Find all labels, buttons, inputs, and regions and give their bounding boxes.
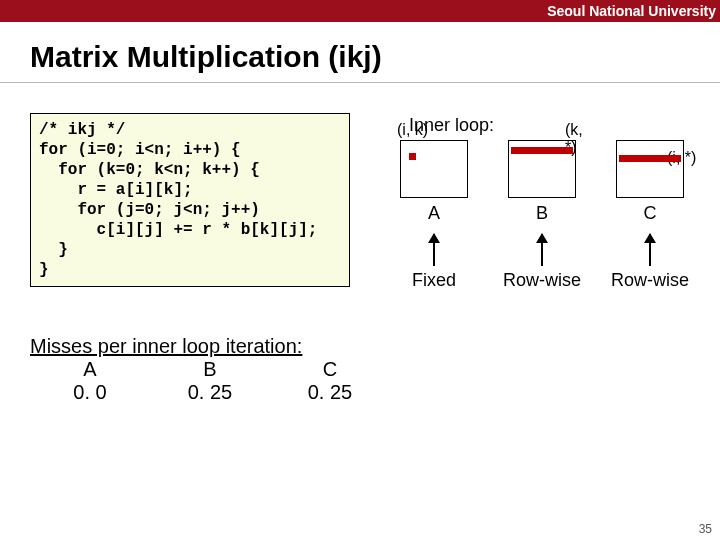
arrow-icon bbox=[541, 234, 543, 266]
matrix-a-col: (i, k) A Fixed bbox=[395, 140, 473, 291]
matrix-b-col: (k, *) B Row-wise bbox=[503, 140, 581, 291]
arrow-icon bbox=[433, 234, 435, 266]
inner-loop-diagram: Inner loop: (i, k) A Fixed (k, *) B Row-… bbox=[395, 115, 705, 291]
misses-val-b: 0. 25 bbox=[150, 381, 270, 404]
misses-col-a: A bbox=[30, 358, 150, 381]
matrix-c-access: Row-wise bbox=[611, 270, 689, 291]
matrix-row: (i, k) A Fixed (k, *) B Row-wise (i, *) bbox=[395, 140, 705, 291]
matrix-c-name: C bbox=[644, 203, 657, 224]
arrow-icon bbox=[649, 234, 651, 266]
misses-table: Misses per inner loop iteration: A B C 0… bbox=[30, 335, 390, 404]
content-area: /* ikj */ for (i=0; i<n; i++) { for (k=0… bbox=[0, 83, 720, 503]
misses-col-c: C bbox=[270, 358, 390, 381]
page-number: 35 bbox=[699, 522, 712, 536]
org-name: Seoul National University bbox=[547, 3, 716, 19]
matrix-b-name: B bbox=[536, 203, 548, 224]
matrix-a-element bbox=[409, 153, 416, 160]
matrix-a-access: Fixed bbox=[412, 270, 456, 291]
code-block: /* ikj */ for (i=0; i<n; i++) { for (k=0… bbox=[30, 113, 350, 287]
diagram-heading: Inner loop: bbox=[409, 115, 705, 136]
header-bar: Seoul National University bbox=[0, 0, 720, 22]
slide-title: Matrix Multiplication (ikj) bbox=[30, 40, 720, 74]
misses-val-c: 0. 25 bbox=[270, 381, 390, 404]
matrix-a-name: A bbox=[428, 203, 440, 224]
matrix-b: (k, *) bbox=[508, 140, 576, 198]
matrix-c: (i, *) bbox=[616, 140, 684, 198]
matrix-c-row bbox=[619, 155, 681, 162]
misses-val-a: 0. 0 bbox=[30, 381, 150, 404]
misses-col-b: B bbox=[150, 358, 270, 381]
misses-heading: Misses per inner loop iteration: bbox=[30, 335, 390, 358]
matrix-a: (i, k) bbox=[400, 140, 468, 198]
matrix-b-access: Row-wise bbox=[503, 270, 581, 291]
matrix-b-row bbox=[511, 147, 573, 154]
misses-value-row: 0. 0 0. 25 0. 25 bbox=[30, 381, 390, 404]
misses-header-row: A B C bbox=[30, 358, 390, 381]
matrix-a-index: (i, k) bbox=[397, 121, 428, 139]
matrix-c-col: (i, *) C Row-wise bbox=[611, 140, 689, 291]
